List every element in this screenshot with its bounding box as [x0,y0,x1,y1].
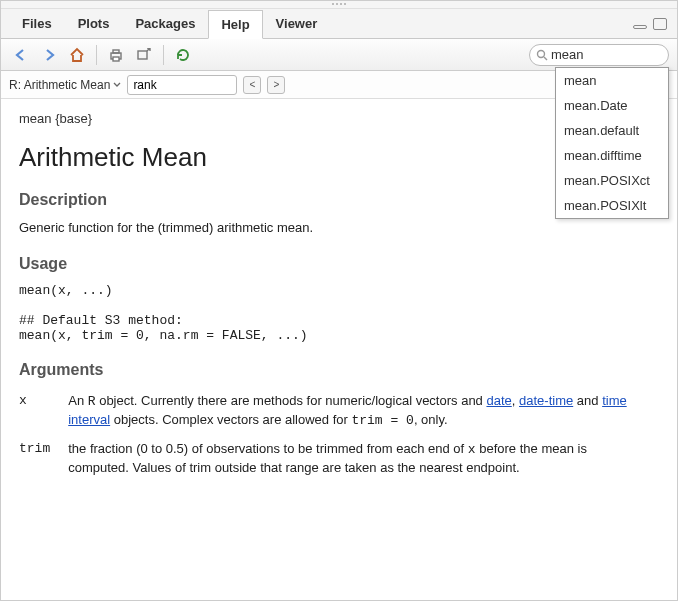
find-prev-button[interactable]: < [243,76,261,94]
tab-packages[interactable]: Packages [122,9,208,38]
autocomplete-item[interactable]: mean.Date [556,93,668,118]
autocomplete-item[interactable]: mean.default [556,118,668,143]
chevron-down-icon [113,82,121,88]
section-arguments: Arguments [19,361,657,379]
print-button[interactable] [104,44,128,66]
tab-files[interactable]: Files [9,9,65,38]
tab-plots[interactable]: Plots [65,9,123,38]
usage-code: mean(x, ...) ## Default S3 method: mean(… [19,283,657,343]
tab-viewer[interactable]: Viewer [263,9,331,38]
svg-rect-3 [138,51,147,59]
arguments-table: x An R object. Currently there are metho… [19,389,657,483]
arg-x-desc: An R object. Currently there are methods… [68,389,657,436]
svg-rect-2 [113,57,119,61]
table-row: trim the fraction (0 to 0.5) of observat… [19,437,657,483]
new-window-button[interactable] [132,44,156,66]
topic-label-text: R: Arithmetic Mean [9,78,110,92]
refresh-button[interactable] [171,44,195,66]
find-next-button[interactable]: > [267,76,285,94]
link-date-time[interactable]: date-time [519,393,573,408]
description-text: Generic function for the (trimmed) arith… [19,219,657,237]
arg-trim-name: trim [19,437,68,483]
svg-rect-1 [113,50,119,53]
section-usage: Usage [19,255,657,273]
autocomplete-item[interactable]: mean.POSIXlt [556,193,668,218]
svg-line-5 [544,57,547,60]
help-search-box[interactable] [529,44,669,66]
table-row: x An R object. Currently there are metho… [19,389,657,436]
arg-x-name: x [19,389,68,436]
search-icon [536,49,548,61]
autocomplete-item[interactable]: mean [556,68,668,93]
back-button[interactable] [9,44,33,66]
forward-button[interactable] [37,44,61,66]
svg-point-4 [538,50,545,57]
topic-dropdown[interactable]: R: Arithmetic Mean [9,78,121,92]
autocomplete-item[interactable]: mean.difftime [556,143,668,168]
search-autocomplete-popup: meanmean.Datemean.defaultmean.difftimeme… [555,67,669,219]
pane-drag-handle[interactable] [1,1,677,9]
find-in-topic-input[interactable] [127,75,237,95]
arg-trim-desc: the fraction (0 to 0.5) of observations … [68,437,657,483]
pane-tabbar: Files Plots Packages Help Viewer [1,9,677,39]
autocomplete-item[interactable]: mean.POSIXct [556,168,668,193]
help-search-input[interactable] [551,47,678,62]
home-button[interactable] [65,44,89,66]
minimize-pane-icon[interactable] [633,25,647,29]
maximize-pane-icon[interactable] [653,18,667,30]
link-date[interactable]: date [486,393,511,408]
tab-help[interactable]: Help [208,10,262,39]
doc-pkg-left: mean {base} [19,111,92,126]
